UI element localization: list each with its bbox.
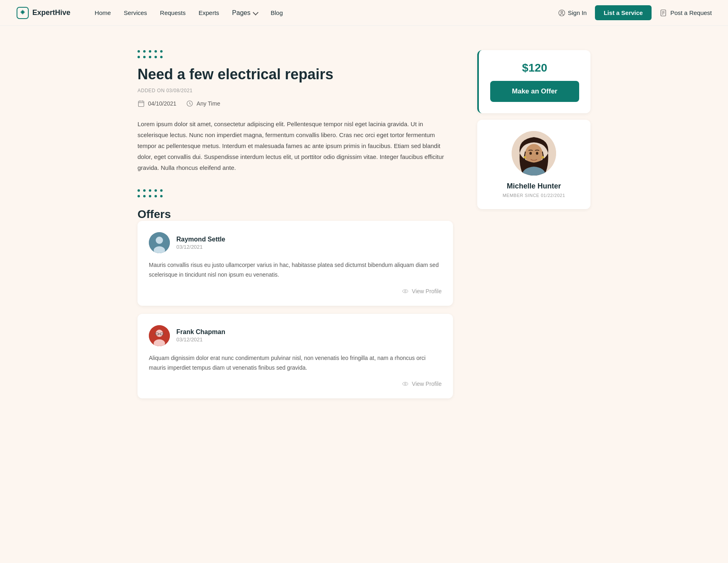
svg-point-30 bbox=[524, 156, 526, 159]
offer-avatar-frank bbox=[149, 325, 170, 346]
page-title: Need a few electrical repairs bbox=[138, 66, 453, 83]
logo-icon bbox=[16, 6, 29, 19]
meta-time: Any Time bbox=[186, 100, 220, 107]
svg-point-28 bbox=[529, 152, 532, 155]
offer-footer-1: View Profile bbox=[149, 288, 442, 294]
svg-point-24 bbox=[403, 382, 408, 385]
nav-right: Sign In List a Service Post a Request bbox=[558, 5, 712, 20]
post-request-button[interactable]: Post a Request bbox=[660, 9, 712, 17]
offer-date-2: 03/12/2021 bbox=[176, 337, 225, 343]
svg-point-3 bbox=[561, 11, 563, 13]
navbar: ExpertHive Home Services Requests Expert… bbox=[0, 0, 728, 26]
svg-point-19 bbox=[156, 330, 163, 337]
seller-since: MEMBER SINCE 01/22/2021 bbox=[489, 193, 579, 198]
seller-avatar-svg bbox=[512, 131, 556, 176]
nav-blog[interactable]: Blog bbox=[271, 9, 283, 16]
seller-name: Michelle Hunter bbox=[489, 182, 579, 190]
chevron-down-icon bbox=[253, 9, 258, 15]
nav-links: Home Services Requests Experts Pages Blo… bbox=[95, 9, 558, 17]
offers-header bbox=[138, 189, 453, 198]
nav-experts[interactable]: Experts bbox=[199, 9, 219, 16]
svg-point-29 bbox=[536, 152, 538, 155]
sign-in-link[interactable]: Sign In bbox=[558, 9, 587, 17]
make-offer-button[interactable]: Make an Offer bbox=[490, 81, 579, 102]
avatar-raymond-svg bbox=[149, 232, 170, 253]
offer-footer-2: View Profile bbox=[149, 381, 442, 387]
price-card: $120 Make an Offer bbox=[477, 50, 590, 113]
document-icon bbox=[660, 9, 667, 17]
time-value: Any Time bbox=[197, 100, 220, 107]
nav-requests[interactable]: Requests bbox=[160, 9, 186, 16]
meta-row: 04/10/2021 Any Time bbox=[138, 100, 453, 107]
offer-header-1: Raymond Settle 03/12/2021 bbox=[149, 232, 442, 253]
offer-name-2: Frank Chapman bbox=[176, 328, 225, 336]
main-container: Need a few electrical repairs ADDED ON 0… bbox=[121, 26, 607, 431]
offers-title: Offers bbox=[138, 208, 453, 221]
date-value: 04/10/2021 bbox=[148, 100, 176, 107]
view-profile-button-1[interactable]: View Profile bbox=[402, 288, 442, 294]
offer-info-2: Frank Chapman 03/12/2021 bbox=[176, 328, 225, 343]
offers-section: Offers Raymond Settle 03/12/2021 bbox=[138, 189, 453, 398]
offer-text-1: Mauris convallis risus eu justo ullamcor… bbox=[149, 260, 442, 280]
view-profile-button-2[interactable]: View Profile bbox=[402, 381, 442, 387]
svg-rect-8 bbox=[138, 101, 144, 107]
offer-card-1: Raymond Settle 03/12/2021 Mauris convall… bbox=[138, 221, 453, 306]
offer-info-1: Raymond Settle 03/12/2021 bbox=[176, 236, 225, 250]
dot-grid-top bbox=[138, 50, 453, 59]
list-service-button[interactable]: List a Service bbox=[595, 5, 652, 20]
clock-icon bbox=[186, 100, 193, 107]
offer-name-1: Raymond Settle bbox=[176, 236, 225, 243]
user-circle-icon bbox=[558, 9, 565, 17]
svg-point-16 bbox=[403, 290, 408, 293]
nav-pages-label: Pages bbox=[232, 9, 250, 17]
svg-point-31 bbox=[542, 156, 544, 159]
avatar-frank-svg bbox=[149, 325, 170, 346]
svg-point-1 bbox=[21, 11, 24, 13]
eye-icon-2 bbox=[402, 381, 408, 387]
left-content: Need a few electrical repairs ADDED ON 0… bbox=[138, 50, 453, 406]
eye-icon-1 bbox=[402, 288, 408, 294]
nav-home[interactable]: Home bbox=[95, 9, 111, 16]
added-on-label: ADDED ON 03/08/2021 bbox=[138, 88, 453, 93]
svg-point-17 bbox=[404, 290, 406, 292]
offer-card-2: Frank Chapman 03/12/2021 Aliquam digniss… bbox=[138, 314, 453, 399]
nav-pages-dropdown[interactable]: Pages bbox=[232, 9, 258, 17]
offer-text-2: Aliquam dignissim dolor erat nunc condim… bbox=[149, 353, 442, 373]
svg-point-25 bbox=[404, 383, 406, 385]
offer-avatar-raymond bbox=[149, 232, 170, 253]
logo-text: ExpertHive bbox=[32, 8, 70, 17]
logo-link[interactable]: ExpertHive bbox=[16, 6, 70, 19]
svg-point-14 bbox=[156, 237, 163, 244]
seller-avatar bbox=[512, 131, 556, 176]
offer-date-1: 03/12/2021 bbox=[176, 244, 225, 250]
right-sidebar: $120 Make an Offer bbox=[477, 50, 590, 209]
price-amount: $120 bbox=[490, 61, 579, 74]
offer-header-2: Frank Chapman 03/12/2021 bbox=[149, 325, 442, 346]
page-description: Lorem ipsum dolor sit amet, consectetur … bbox=[138, 119, 453, 173]
dot-grid-offers bbox=[138, 189, 163, 198]
calendar-icon bbox=[138, 100, 145, 107]
meta-date: 04/10/2021 bbox=[138, 100, 176, 107]
nav-services[interactable]: Services bbox=[124, 9, 147, 16]
seller-card: Michelle Hunter MEMBER SINCE 01/22/2021 bbox=[477, 120, 590, 209]
